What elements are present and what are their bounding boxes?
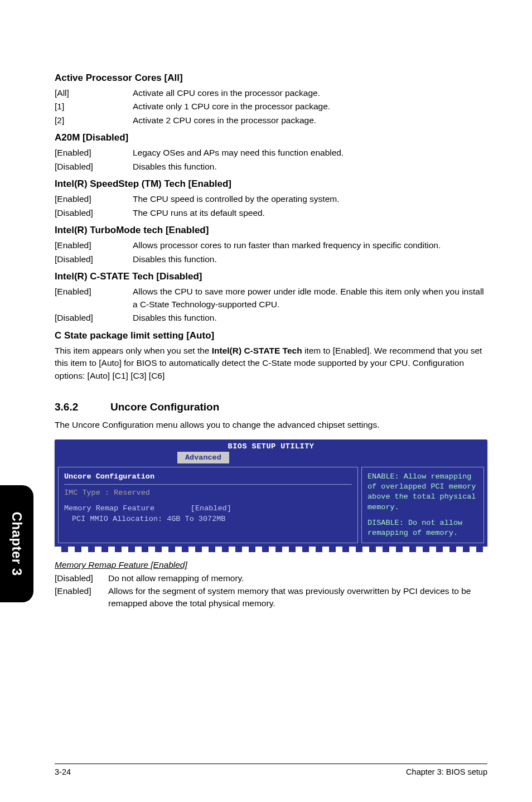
section-heading: 3.6.2Uncore Configuration bbox=[55, 401, 487, 413]
footer-chapter: Chapter 3: BIOS setup bbox=[406, 767, 487, 776]
option-row: [2]Activate 2 CPU cores in the processor… bbox=[55, 114, 487, 127]
bios-mrf-value: [Enabled] bbox=[191, 504, 231, 513]
option-val: Activate all CPU cores in the processor … bbox=[133, 87, 487, 99]
option-row: [Enabled]The CPU speed is controlled by … bbox=[55, 193, 487, 205]
bios-pane-header: Uncore Configuration bbox=[64, 472, 352, 485]
option-val: Activate only 1 CPU core in the processo… bbox=[133, 100, 487, 113]
option-val: The CPU speed is controlled by the opera… bbox=[133, 193, 487, 205]
option-key: [Enabled] bbox=[55, 286, 133, 311]
page-number: 3-24 bbox=[55, 767, 71, 776]
text-part-bold: Intel(R) C-STATE Tech bbox=[212, 346, 302, 355]
page-footer: 3-24 Chapter 3: BIOS setup bbox=[55, 764, 487, 776]
bios-screenshot: BIOS SETUP UTILITY Advanced Uncore Confi… bbox=[55, 439, 487, 548]
option-val: Allows the CPU to save more power under … bbox=[133, 286, 487, 311]
option-key: [Enabled] bbox=[55, 585, 108, 610]
bios-cut-edge bbox=[55, 547, 487, 552]
bios-mrf-label: Memory Remap Feature bbox=[64, 504, 154, 513]
option-key: [Enabled] bbox=[55, 193, 133, 205]
option-row: [Enabled]Allows for the segment of syste… bbox=[55, 585, 487, 610]
option-val: Legacy OSes and APs may need this functi… bbox=[133, 147, 487, 159]
bios-help-pane: ENABLE: Allow remapping of overlapped PC… bbox=[361, 467, 484, 543]
heading-speedstep: Intel(R) SpeedStep (TM) Tech [Enabled] bbox=[55, 178, 487, 190]
bios-imc-line: IMC Type : Reserved bbox=[64, 488, 352, 498]
option-key: [Disabled] bbox=[55, 207, 133, 219]
option-row: [Disabled]Disables this function. bbox=[55, 312, 487, 324]
section-number: 3.6.2 bbox=[55, 401, 110, 413]
option-val: Disables this function. bbox=[133, 253, 487, 265]
option-key: [1] bbox=[55, 100, 133, 113]
subheading-mrf: Memory Remap Feature [Enabled] bbox=[55, 560, 487, 570]
option-val: Disables this function. bbox=[133, 161, 487, 173]
option-row: [1]Activate only 1 CPU core in the proce… bbox=[55, 100, 487, 113]
option-row: [Enabled]Allows the CPU to save more pow… bbox=[55, 286, 487, 311]
bios-title: BIOS SETUP UTILITY bbox=[55, 439, 487, 452]
heading-turbomode: Intel(R) TurboMode tech [Enabled] bbox=[55, 225, 487, 236]
option-row: [Enabled]Legacy OSes and APs may need th… bbox=[55, 147, 487, 159]
option-row: [Disabled]Disables this function. bbox=[55, 161, 487, 173]
heading-active-cores: Active Processor Cores [All] bbox=[55, 73, 487, 84]
section-intro: The Uncore Configuration menu allows you… bbox=[55, 419, 487, 431]
option-row: [Disabled]Do not allow remapping of memo… bbox=[55, 572, 487, 584]
option-key: [Disabled] bbox=[55, 253, 133, 265]
section-title: Uncore Configuration bbox=[110, 401, 219, 413]
option-key: [2] bbox=[55, 114, 133, 127]
option-val: Do not allow remapping of memory. bbox=[108, 572, 487, 584]
heading-a20m: A20M [Disabled] bbox=[55, 132, 487, 143]
heading-cstate-limit: C State package limit setting [Auto] bbox=[55, 330, 487, 341]
paragraph-cstate-limit: This item appears only when you set the … bbox=[55, 345, 487, 382]
option-key: [Enabled] bbox=[55, 147, 133, 159]
option-val: Allows for the segment of system memory … bbox=[108, 585, 487, 610]
option-val: Disables this function. bbox=[133, 312, 487, 324]
option-row: [All]Activate all CPU cores in the proce… bbox=[55, 87, 487, 99]
option-key: [Disabled] bbox=[55, 312, 133, 324]
option-key: [All] bbox=[55, 87, 133, 99]
option-val: The CPU runs at its default speed. bbox=[133, 207, 487, 219]
option-key: [Disabled] bbox=[55, 572, 108, 584]
heading-cstate: Intel(R) C-STATE Tech [Disabled] bbox=[55, 271, 487, 282]
option-row: [Disabled]The CPU runs at its default sp… bbox=[55, 207, 487, 219]
option-key: [Disabled] bbox=[55, 161, 133, 173]
chapter-tab: Chapter 3 bbox=[0, 485, 33, 602]
bios-left-pane: Uncore Configuration IMC Type : Reserved… bbox=[58, 467, 358, 543]
page-content: Active Processor Cores [All] [All]Activa… bbox=[0, 0, 532, 610]
bios-pci-line: PCI MMIO Allocation: 4GB To 3072MB bbox=[64, 514, 352, 524]
option-row: [Disabled]Disables this function. bbox=[55, 253, 487, 265]
option-val: Activate 2 CPU cores in the processor pa… bbox=[133, 114, 487, 127]
option-key: [Enabled] bbox=[55, 239, 133, 252]
bios-tab-advanced: Advanced bbox=[177, 452, 229, 463]
bios-mrf-row: Memory Remap Feature [Enabled] bbox=[64, 504, 352, 514]
bios-help-text: DISABLE: Do not allow remapping of memor… bbox=[367, 518, 478, 538]
bios-help-text: ENABLE: Allow remapping of overlapped PC… bbox=[367, 472, 478, 513]
chapter-tab-label: Chapter 3 bbox=[9, 511, 25, 576]
option-row: [Enabled]Allows processor cores to run f… bbox=[55, 239, 487, 252]
option-val: Allows processor cores to run faster tha… bbox=[133, 239, 487, 252]
text-part: This item appears only when you set the bbox=[55, 346, 212, 355]
